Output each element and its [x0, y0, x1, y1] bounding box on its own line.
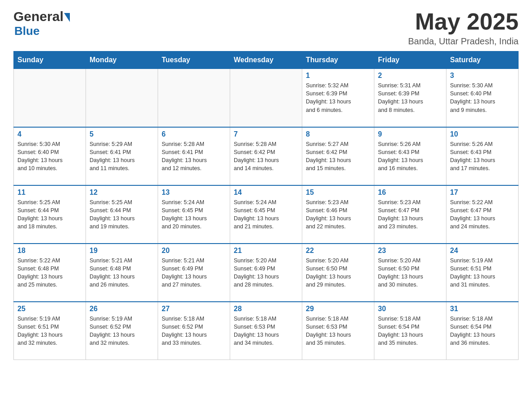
- calendar-day-cell: 10Sunrise: 5:26 AMSunset: 6:43 PMDayligh…: [446, 127, 519, 185]
- day-number: 28: [234, 305, 298, 313]
- calendar-day-cell: 18Sunrise: 5:22 AMSunset: 6:48 PMDayligh…: [14, 244, 86, 302]
- day-info: Sunrise: 5:30 AMSunset: 6:40 PMDaylight:…: [450, 81, 515, 114]
- day-number: 19: [90, 247, 154, 255]
- day-number: 3: [450, 72, 515, 80]
- calendar-day-cell: 8Sunrise: 5:27 AMSunset: 6:42 PMDaylight…: [302, 127, 374, 185]
- day-number: 20: [162, 247, 226, 255]
- day-number: 29: [306, 305, 370, 313]
- calendar-week-row: 4Sunrise: 5:30 AMSunset: 6:40 PMDaylight…: [14, 127, 519, 185]
- day-info: Sunrise: 5:19 AMSunset: 6:51 PMDaylight:…: [450, 257, 515, 289]
- calendar-week-row: 11Sunrise: 5:25 AMSunset: 6:44 PMDayligh…: [14, 185, 519, 244]
- day-info: Sunrise: 5:20 AMSunset: 6:50 PMDaylight:…: [306, 257, 370, 289]
- day-number: 23: [378, 247, 442, 255]
- day-info: Sunrise: 5:19 AMSunset: 6:51 PMDaylight:…: [17, 315, 82, 347]
- day-of-week-header: Saturday: [446, 51, 519, 69]
- day-number: 6: [162, 130, 226, 138]
- day-of-week-header: Friday: [374, 51, 446, 69]
- day-info: Sunrise: 5:28 AMSunset: 6:41 PMDaylight:…: [162, 140, 226, 173]
- day-number: 16: [378, 188, 442, 197]
- day-number: 10: [450, 130, 515, 138]
- calendar-day-cell: 30Sunrise: 5:18 AMSunset: 6:54 PMDayligh…: [374, 302, 446, 360]
- calendar-day-cell: 16Sunrise: 5:23 AMSunset: 6:47 PMDayligh…: [374, 185, 446, 244]
- calendar-day-cell: [230, 69, 302, 127]
- day-number: 1: [306, 72, 370, 80]
- calendar-week-row: 25Sunrise: 5:19 AMSunset: 6:51 PMDayligh…: [14, 302, 519, 360]
- day-of-week-header: Thursday: [302, 51, 374, 69]
- calendar-day-cell: 23Sunrise: 5:20 AMSunset: 6:50 PMDayligh…: [374, 244, 446, 302]
- logo-general-text: General: [13, 9, 64, 24]
- logo-triangle-icon: [64, 13, 70, 22]
- day-of-week-header: Tuesday: [158, 51, 230, 69]
- day-info: Sunrise: 5:18 AMSunset: 6:54 PMDaylight:…: [378, 315, 442, 347]
- day-info: Sunrise: 5:31 AMSunset: 6:39 PMDaylight:…: [378, 81, 442, 114]
- day-number: 31: [450, 305, 515, 313]
- calendar-day-cell: [14, 69, 86, 127]
- day-number: 17: [450, 188, 515, 197]
- day-number: 18: [17, 247, 82, 255]
- day-info: Sunrise: 5:21 AMSunset: 6:49 PMDaylight:…: [162, 257, 226, 289]
- calendar-header-row: SundayMondayTuesdayWednesdayThursdayFrid…: [14, 51, 519, 69]
- calendar-day-cell: 9Sunrise: 5:26 AMSunset: 6:43 PMDaylight…: [374, 127, 446, 185]
- calendar-day-cell: 14Sunrise: 5:24 AMSunset: 6:45 PMDayligh…: [230, 185, 302, 244]
- day-of-week-header: Wednesday: [230, 51, 302, 69]
- calendar-day-cell: 19Sunrise: 5:21 AMSunset: 6:48 PMDayligh…: [86, 244, 158, 302]
- day-number: 26: [90, 305, 154, 313]
- calendar-day-cell: 29Sunrise: 5:18 AMSunset: 6:53 PMDayligh…: [302, 302, 374, 360]
- day-number: 25: [17, 305, 82, 313]
- day-number: 5: [90, 130, 154, 138]
- day-info: Sunrise: 5:19 AMSunset: 6:52 PMDaylight:…: [90, 315, 154, 347]
- day-info: Sunrise: 5:25 AMSunset: 6:44 PMDaylight:…: [17, 198, 82, 231]
- calendar-day-cell: 21Sunrise: 5:20 AMSunset: 6:49 PMDayligh…: [230, 244, 302, 302]
- day-of-week-header: Sunday: [14, 51, 86, 69]
- calendar-week-row: 1Sunrise: 5:32 AMSunset: 6:39 PMDaylight…: [14, 69, 519, 127]
- calendar-day-cell: 7Sunrise: 5:28 AMSunset: 6:42 PMDaylight…: [230, 127, 302, 185]
- location-subtitle: Banda, Uttar Pradesh, India: [408, 36, 519, 47]
- day-number: 24: [450, 247, 515, 255]
- day-number: 14: [234, 188, 298, 197]
- calendar-day-cell: [86, 69, 158, 127]
- calendar-day-cell: 15Sunrise: 5:23 AMSunset: 6:46 PMDayligh…: [302, 185, 374, 244]
- day-info: Sunrise: 5:28 AMSunset: 6:42 PMDaylight:…: [234, 140, 298, 173]
- day-number: 15: [306, 188, 370, 197]
- day-number: 8: [306, 130, 370, 138]
- calendar-day-cell: 20Sunrise: 5:21 AMSunset: 6:49 PMDayligh…: [158, 244, 230, 302]
- calendar-day-cell: 5Sunrise: 5:29 AMSunset: 6:41 PMDaylight…: [86, 127, 158, 185]
- day-info: Sunrise: 5:18 AMSunset: 6:54 PMDaylight:…: [450, 315, 515, 347]
- month-year-title: May 2025: [408, 9, 519, 34]
- day-info: Sunrise: 5:25 AMSunset: 6:44 PMDaylight:…: [90, 198, 154, 231]
- day-info: Sunrise: 5:29 AMSunset: 6:41 PMDaylight:…: [90, 140, 154, 173]
- calendar-day-cell: 3Sunrise: 5:30 AMSunset: 6:40 PMDaylight…: [446, 69, 519, 127]
- day-info: Sunrise: 5:32 AMSunset: 6:39 PMDaylight:…: [306, 81, 370, 114]
- calendar-day-cell: 11Sunrise: 5:25 AMSunset: 6:44 PMDayligh…: [14, 185, 86, 244]
- calendar-day-cell: 4Sunrise: 5:30 AMSunset: 6:40 PMDaylight…: [14, 127, 86, 185]
- calendar-week-row: 18Sunrise: 5:22 AMSunset: 6:48 PMDayligh…: [14, 244, 519, 302]
- calendar-day-cell: 27Sunrise: 5:18 AMSunset: 6:52 PMDayligh…: [158, 302, 230, 360]
- day-info: Sunrise: 5:30 AMSunset: 6:40 PMDaylight:…: [17, 140, 82, 173]
- day-info: Sunrise: 5:20 AMSunset: 6:49 PMDaylight:…: [234, 257, 298, 289]
- day-number: 7: [234, 130, 298, 138]
- day-info: Sunrise: 5:18 AMSunset: 6:53 PMDaylight:…: [234, 315, 298, 347]
- calendar-day-cell: 12Sunrise: 5:25 AMSunset: 6:44 PMDayligh…: [86, 185, 158, 244]
- day-info: Sunrise: 5:26 AMSunset: 6:43 PMDaylight:…: [378, 140, 442, 173]
- day-info: Sunrise: 5:27 AMSunset: 6:42 PMDaylight:…: [306, 140, 370, 173]
- day-number: 2: [378, 72, 442, 80]
- day-info: Sunrise: 5:20 AMSunset: 6:50 PMDaylight:…: [378, 257, 442, 289]
- day-number: 9: [378, 130, 442, 138]
- calendar-day-cell: 25Sunrise: 5:19 AMSunset: 6:51 PMDayligh…: [14, 302, 86, 360]
- calendar-day-cell: [158, 69, 230, 127]
- calendar-day-cell: 26Sunrise: 5:19 AMSunset: 6:52 PMDayligh…: [86, 302, 158, 360]
- calendar-day-cell: 31Sunrise: 5:18 AMSunset: 6:54 PMDayligh…: [446, 302, 519, 360]
- calendar-day-cell: 28Sunrise: 5:18 AMSunset: 6:53 PMDayligh…: [230, 302, 302, 360]
- day-info: Sunrise: 5:24 AMSunset: 6:45 PMDaylight:…: [234, 198, 298, 231]
- day-info: Sunrise: 5:23 AMSunset: 6:47 PMDaylight:…: [378, 198, 442, 231]
- calendar-day-cell: 13Sunrise: 5:24 AMSunset: 6:45 PMDayligh…: [158, 185, 230, 244]
- calendar-day-cell: 24Sunrise: 5:19 AMSunset: 6:51 PMDayligh…: [446, 244, 519, 302]
- day-number: 12: [90, 188, 154, 197]
- page-header: General Blue May 2025 Banda, Uttar Prade…: [13, 9, 519, 47]
- calendar-day-cell: 1Sunrise: 5:32 AMSunset: 6:39 PMDaylight…: [302, 69, 374, 127]
- day-info: Sunrise: 5:23 AMSunset: 6:46 PMDaylight:…: [306, 198, 370, 231]
- day-info: Sunrise: 5:22 AMSunset: 6:47 PMDaylight:…: [450, 198, 515, 231]
- calendar-day-cell: 2Sunrise: 5:31 AMSunset: 6:39 PMDaylight…: [374, 69, 446, 127]
- day-info: Sunrise: 5:22 AMSunset: 6:48 PMDaylight:…: [17, 257, 82, 289]
- day-info: Sunrise: 5:18 AMSunset: 6:53 PMDaylight:…: [306, 315, 370, 347]
